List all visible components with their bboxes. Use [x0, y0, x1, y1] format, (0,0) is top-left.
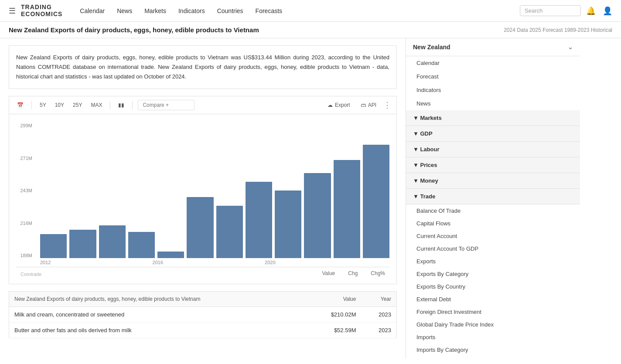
description-text: New Zealand Exports of dairy products, e… [16, 54, 389, 80]
chart-bar-5[interactable] [187, 197, 213, 258]
sidebar-item-exports-by-category[interactable]: Exports By Category [406, 268, 580, 280]
sidebar-section-header-markets[interactable]: ▼ Markets [406, 110, 580, 126]
layout: New Zealand Exports of dairy products, e… [0, 38, 621, 359]
y-label-4: 188M [16, 253, 32, 258]
timeframe-5y[interactable]: 5Y [37, 101, 49, 109]
timeframe-10y[interactable]: 10Y [52, 101, 67, 109]
sidebar-item-balance-of-trade[interactable]: Balance Of Trade [406, 204, 580, 217]
sidebar-item-foreign-direct-investment[interactable]: Foreign Direct Investment [406, 306, 580, 318]
sidebar-section-header-gdp[interactable]: ▼ GDP [406, 126, 580, 142]
page-meta: 2024 Data 2025 Forecast 1989-2023 Histor… [504, 27, 612, 33]
table-cell-value: $210.02M [307, 307, 361, 323]
footer-chg-label: Chg [348, 270, 358, 276]
sidebar-item-calendar[interactable]: Calendar [406, 56, 580, 70]
sidebar-item-current-account[interactable]: Current Account [406, 230, 580, 242]
chart-type-icon[interactable]: ▮▮ [116, 101, 127, 109]
header-icons: 🔔 👤 [586, 6, 612, 16]
chart-source: Comtrade [20, 272, 41, 277]
hamburger-icon[interactable]: ☰ [9, 6, 16, 16]
chart-area: 299M 271M 243M 216M 188M [16, 123, 389, 258]
y-axis: 299M 271M 243M 216M 188M [16, 123, 36, 258]
sidebar-item-news[interactable]: News [406, 97, 580, 110]
chart-toolbar: 📅 5Y 10Y 25Y MAX ▮▮ ☁ Export 🗃 API ⋮ [9, 96, 397, 114]
calendar-icon[interactable]: 📅 [14, 101, 26, 109]
sidebar-section-header-trade[interactable]: ▼ Trade [406, 189, 580, 204]
sidebar-section-money: ▼ Money [406, 173, 580, 189]
sidebar-section-header-labour[interactable]: ▼ Labour [406, 142, 580, 157]
nav-markets[interactable]: Markets [144, 7, 166, 14]
table-cell-year: 2023 [361, 307, 396, 323]
sidebar-section-header-prices[interactable]: ▼ Prices [406, 157, 580, 173]
table-cell-label: Milk and cream, concentrated or sweetene… [9, 307, 307, 323]
country-dropdown[interactable]: New Zealand ⌄ [406, 38, 580, 56]
sidebar-item-indicators[interactable]: Indicators [406, 83, 580, 97]
export-label: Export [335, 102, 350, 108]
nav-countries[interactable]: Countries [217, 7, 243, 14]
chart-bar-6[interactable] [216, 206, 243, 258]
sidebar-item-imports[interactable]: Imports [406, 331, 580, 344]
nav-indicators[interactable]: Indicators [178, 7, 205, 14]
header: ☰ TRADING ECONOMICS Calendar News Market… [0, 0, 621, 22]
chart-footer: Comtrade Value Chg Chg% [16, 267, 389, 279]
sidebar-item-exports[interactable]: Exports [406, 255, 580, 268]
compare-input[interactable] [138, 100, 194, 110]
table-cell-label: Butter and other fats and oils derived f… [9, 323, 307, 338]
sidebar-section-trade: ▼ TradeBalance Of TradeCapital FlowsCurr… [406, 189, 580, 356]
chart-bar-10[interactable] [334, 160, 360, 258]
data-table: New Zealand Exports of dairy products, e… [9, 291, 397, 338]
sidebar-section-header-money[interactable]: ▼ Money [406, 173, 580, 189]
chart-bar-7[interactable] [246, 182, 272, 258]
chart-bar-2[interactable] [99, 225, 126, 258]
nav-forecasts[interactable]: Forecasts [256, 7, 282, 14]
sidebar-item-capital-flows[interactable]: Capital Flows [406, 217, 580, 230]
export-icon: ☁ [328, 102, 333, 108]
sidebar-sections: ▼ Markets▼ GDP▼ Labour▼ Prices▼ Money▼ T… [406, 110, 580, 356]
api-label: API [368, 102, 376, 108]
section-label: ▼ GDP [413, 130, 433, 137]
logo-bottom: ECONOMICS [21, 11, 62, 17]
sidebar-item-current-account-to-gdp[interactable]: Current Account To GDP [406, 242, 580, 255]
table-header-name: New Zealand Exports of dairy products, e… [9, 292, 307, 307]
chart-footer-labels: Value Chg Chg% [322, 270, 385, 276]
nav-calendar[interactable]: Calendar [80, 7, 105, 14]
more-options-icon[interactable]: ⋮ [383, 100, 391, 110]
table-row: Milk and cream, concentrated or sweetene… [9, 307, 397, 323]
sidebar-sub-items-trade: Balance Of TradeCapital FlowsCurrent Acc… [406, 204, 580, 356]
country-label: New Zealand [413, 44, 450, 51]
api-icon: 🗃 [361, 102, 366, 108]
chart-bar-11[interactable] [363, 145, 389, 258]
section-label: ▼ Prices [413, 162, 437, 168]
timeframe-25y[interactable]: 25Y [70, 101, 85, 109]
sidebar-item-global-dairy-trade-price-index[interactable]: Global Dairy Trade Price Index [406, 318, 580, 331]
search-input[interactable]: Search [520, 5, 581, 16]
chart-bar-9[interactable] [304, 173, 331, 258]
logo[interactable]: TRADING ECONOMICS [21, 4, 62, 17]
page-title: New Zealand Exports of dairy products, e… [9, 26, 259, 34]
chevron-down-icon: ⌄ [568, 44, 573, 51]
table-row: Butter and other fats and oils derived f… [9, 323, 397, 338]
api-button[interactable]: 🗃 API [357, 101, 380, 109]
timeframe-max[interactable]: MAX [88, 101, 105, 109]
chart-bar-4[interactable] [157, 252, 184, 258]
table-cell-value: $52.59M [307, 323, 361, 338]
section-label: ▼ Money [413, 177, 438, 184]
chart-bar-1[interactable] [69, 230, 96, 258]
main-nav: Calendar News Markets Indicators Countri… [80, 7, 520, 14]
sidebar-item-imports-by-category[interactable]: Imports By Category [406, 344, 580, 356]
nav-news[interactable]: News [117, 7, 132, 14]
sidebar-item-exports-by-country[interactable]: Exports By Country [406, 280, 580, 293]
y-label-3: 216M [16, 221, 32, 226]
x-labels: 2012 2016 2020 end [16, 258, 389, 265]
chart-bar-3[interactable] [128, 232, 155, 258]
sidebar: New Zealand ⌄ Calendar Forecast Indicato… [406, 38, 580, 359]
main-content: New Zealand Exports of dairy products, e… [0, 38, 406, 359]
sidebar-item-external-debt[interactable]: External Debt [406, 293, 580, 306]
user-icon[interactable]: 👤 [603, 6, 612, 16]
export-button[interactable]: ☁ Export [324, 101, 354, 109]
chart-bar-0[interactable] [40, 234, 67, 258]
chart-bar-8[interactable] [275, 191, 301, 258]
sidebar-section-gdp: ▼ GDP [406, 126, 580, 142]
notification-icon[interactable]: 🔔 [586, 6, 596, 16]
page-title-bar: New Zealand Exports of dairy products, e… [0, 22, 621, 38]
sidebar-item-forecast[interactable]: Forecast [406, 70, 580, 83]
